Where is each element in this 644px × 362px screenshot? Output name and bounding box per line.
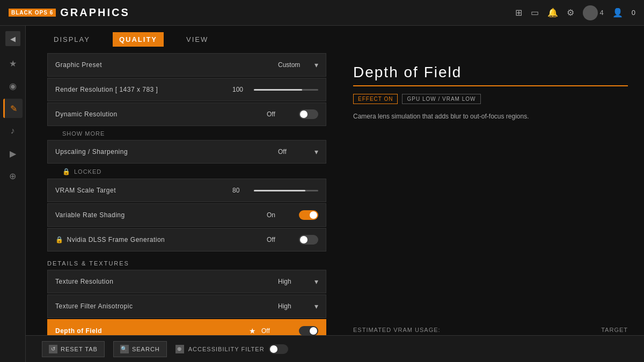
vram-target-label: Target [601,327,628,333]
toggle-accessibility[interactable] [269,344,288,354]
setting-row-upscaling[interactable]: Upscaling / Sharpening Off ▾ [47,140,326,164]
slider-area-render-resolution: 100 [232,86,318,93]
section-header-details: Details & Textures [47,253,326,270]
tab-quality[interactable]: Quality [113,32,164,47]
value-variable-rate-shading: On [267,211,299,219]
slider-val-render-resolution: 100 [232,86,248,93]
sidebar-item-video[interactable]: ▶ [3,144,23,163]
sidebar-collapse-button[interactable]: ◀ [5,31,20,46]
locked-indicator: 🔒 LOCKED [47,165,326,179]
show-more-button[interactable]: SHOW MORE [47,127,326,140]
top-header: BLACK OPS 6 GRAPHICS ⊞ ▭ 🔔 ⚙ 4 👤 0 [0,0,644,26]
slider-track-vram-scale[interactable] [254,190,318,191]
user-badge: 4 [583,5,604,20]
dropdown-arrow-upscaling: ▾ [314,147,318,156]
profile-count: 0 [632,9,635,17]
monitor-icon[interactable]: ▭ [531,8,539,18]
dropdown-arrow-graphic-preset: ▾ [314,61,318,69]
toggle-depth-of-field[interactable] [299,326,318,336]
value-upscaling: Off [278,148,310,156]
reset-tab-label: Reset Tab [61,346,98,352]
vram-usage-label: Estimated VRAM Usage: [353,327,441,333]
label-render-resolution: Render Resolution [ 1437 x 783 ] [55,86,232,93]
right-panel: Depth of Field Effect On GPU Low / VRAM … [337,53,644,362]
setting-row-texture-filter[interactable]: Texture Filter Anisotropic High ▾ [47,294,326,318]
sidebar-item-audio[interactable]: ♪ [3,121,23,141]
lock-icon-dlss: 🔒 [55,236,64,243]
toggle-variable-rate-shading[interactable] [299,210,318,220]
toggle-knob-nvidia-dlss [300,236,308,243]
accessibility-label: Accessibility Filter [188,346,265,352]
toggle-nvidia-dlss[interactable] [299,235,318,245]
star-icon-depth-of-field: ★ [249,327,256,335]
sidebar-item-controller[interactable]: ◉ [3,76,23,95]
detail-description: Camera lens simulation that adds blur to… [353,112,568,122]
setting-row-render-resolution[interactable]: Render Resolution [ 1437 x 783 ] 100 [47,78,326,101]
locked-label: LOCKED [74,168,101,175]
toggle-knob-dynamic-resolution [300,110,308,118]
setting-row-dynamic-resolution[interactable]: Dynamic Resolution Off [47,102,326,126]
value-graphic-preset: Custom [278,61,310,69]
toggle-dynamic-resolution[interactable] [299,109,318,119]
toggle-knob-depth-of-field [310,327,317,335]
notification-count: 4 [600,9,604,17]
value-nvidia-dlss: Off [267,236,299,243]
reset-tab-button[interactable]: ↺ Reset Tab [42,341,105,357]
accessibility-icon: ⊕ [175,345,184,353]
setting-row-graphic-preset[interactable]: Graphic Preset Custom ▾ [47,53,326,77]
dropdown-arrow-texture-resolution: ▾ [314,277,318,286]
grid-icon[interactable]: ⊞ [515,8,522,18]
value-texture-resolution: High [278,278,310,285]
left-sidebar: ◀ ★ ◉ ✎ ♪ ▶ ⊕ [0,26,26,362]
main-content: Display Quality View Graphic Preset Cust… [26,26,644,362]
setting-row-texture-resolution[interactable]: Texture Resolution High ▾ [47,270,326,293]
tabs-bar: Display Quality View [26,26,644,53]
settings-panel: Graphic Preset Custom ▾ Render Resolutio… [26,53,337,362]
slider-fill-vram-scale [254,190,305,191]
setting-row-nvidia-dlss[interactable]: 🔒 Nvidia DLSS Frame Generation Off [47,228,326,252]
bell-icon[interactable]: 🔔 [547,8,558,18]
logo-box: BLACK OPS 6 [9,9,56,17]
sidebar-item-favorites[interactable]: ★ [3,54,23,73]
tab-view[interactable]: View [180,32,215,47]
gear-icon[interactable]: ⚙ [567,8,574,18]
search-label: Search [132,346,160,352]
badge-effect-on: Effect On [353,94,398,104]
slider-area-vram-scale: 80 [232,187,318,194]
tab-display[interactable]: Display [47,32,97,47]
app-title: GRAPHICS [60,6,130,19]
lock-icon: 🔒 [62,168,71,175]
bottom-bar: ↺ Reset Tab 🔍 Search ⊕ Accessibility Fil… [26,335,644,362]
search-button[interactable]: 🔍 Search [113,341,167,357]
label-texture-resolution: Texture Resolution [55,278,278,285]
setting-row-variable-rate-shading[interactable]: Variable Rate Shading On [47,203,326,227]
accessibility-filter-row: ⊕ Accessibility Filter [175,344,288,354]
avatar [583,5,598,20]
vram-label-row: Estimated VRAM Usage: Target [353,327,628,333]
label-graphic-preset: Graphic Preset [55,61,278,69]
sidebar-item-network[interactable]: ⊕ [3,166,23,186]
header-icons: ⊞ ▭ 🔔 ⚙ 4 👤 0 [515,5,635,20]
content-area: Graphic Preset Custom ▾ Render Resolutio… [26,53,644,362]
detail-badges: Effect On GPU Low / VRAM Low [353,94,628,104]
label-texture-filter: Texture Filter Anisotropic [55,302,278,310]
label-variable-rate-shading: Variable Rate Shading [55,211,267,219]
toggle-knob-variable-rate-shading [310,211,317,219]
setting-row-vram-scale[interactable]: VRAM Scale Target 80 [47,179,326,202]
value-dynamic-resolution: Off [267,110,299,118]
search-icon: 🔍 [120,345,129,353]
badge-gpu-vram: GPU Low / VRAM Low [402,94,480,104]
label-vram-scale: VRAM Scale Target [55,187,232,194]
label-upscaling: Upscaling / Sharpening [55,148,278,156]
label-dynamic-resolution: Dynamic Resolution [55,110,267,118]
logo-area: BLACK OPS 6 GRAPHICS [9,6,130,19]
slider-fill-render-resolution [254,89,302,91]
value-depth-of-field: Off [261,327,294,335]
dropdown-arrow-texture-filter: ▾ [314,302,318,311]
sidebar-item-graphics[interactable]: ✎ [3,99,23,118]
label-nvidia-dlss: 🔒 Nvidia DLSS Frame Generation [55,236,267,243]
user-icon[interactable]: 👤 [612,8,623,18]
label-depth-of-field: Depth of Field [55,327,249,335]
detail-title: Depth of Field [353,64,628,86]
slider-track-render-resolution[interactable] [254,89,318,91]
